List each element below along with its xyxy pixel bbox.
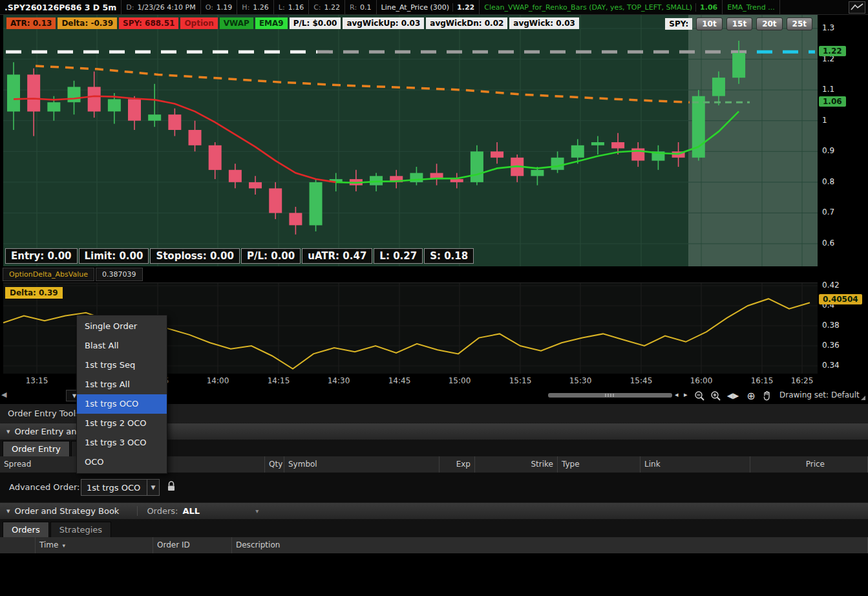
time-tick: 16:25 xyxy=(791,376,814,385)
study-axis-label: 0.36 xyxy=(822,341,840,350)
delta-badge: Delta: 0.39 xyxy=(5,287,63,299)
advanced-order-select[interactable]: 1st trgs OCO ▼ xyxy=(81,479,160,496)
pan-horizontal-icon[interactable]: ◀▶ xyxy=(726,389,739,402)
chevron-down-icon: ▾ xyxy=(255,507,259,515)
chart-maximize-icon[interactable] xyxy=(849,1,865,14)
sort-desc-icon[interactable]: ▾ xyxy=(62,542,65,549)
scrollbar-grip-icon[interactable] xyxy=(605,394,615,397)
column-header-link[interactable]: Link xyxy=(640,456,750,473)
chart-scrollbar[interactable] xyxy=(548,393,672,398)
study-axis-label: 0.34 xyxy=(822,361,840,370)
column-header-exp[interactable]: Exp xyxy=(439,456,475,473)
overlay-box: P/L: 0.00 xyxy=(241,248,301,264)
collapse-arrow-icon[interactable]: ▾ xyxy=(6,427,10,436)
time-tick: 14:30 xyxy=(328,376,350,385)
time-tick: 14:15 xyxy=(268,376,290,385)
price-axis-label: 0.9 xyxy=(822,146,834,155)
time-tick: 15:15 xyxy=(509,376,532,385)
study-value-box: 0.387039 xyxy=(96,268,143,281)
drawing-set-label[interactable]: Drawing set: Default xyxy=(779,390,860,399)
indicator-badge: EMA9 xyxy=(255,17,288,29)
column-header-time[interactable]: Time▾ xyxy=(36,537,153,553)
advanced-order-row: Advanced Order: 1st trgs OCO ▼ xyxy=(0,473,868,502)
price-axis-label: 0.8 xyxy=(822,177,834,186)
timeframe-button-10t[interactable]: 10t xyxy=(696,17,722,30)
study-axis-label: 0.38 xyxy=(822,321,840,330)
menu-item[interactable]: 1st trgs OCO xyxy=(77,394,167,414)
ohlc-field: L:1.16 xyxy=(274,0,309,14)
timeframe-buttons: SPY:10t15t20t25t xyxy=(665,17,812,30)
overlay-box: Limit: 0.00 xyxy=(79,248,149,264)
menu-item[interactable]: 1st trgs 3 OCO xyxy=(77,433,167,452)
study-readout[interactable]: Clean_VWAP_for_Renko_Bars (DAY, yes, TOP… xyxy=(480,0,723,14)
lock-icon[interactable] xyxy=(166,480,176,495)
column-header-qty[interactable]: Qty xyxy=(265,456,284,473)
section-order-strategy-book[interactable]: ▾ Order and Strategy Book Orders: ALL ▾ xyxy=(0,502,868,519)
menu-item[interactable]: Blast All xyxy=(77,336,167,356)
study-readout[interactable]: Line_At_Price (300)1.22 xyxy=(377,0,480,14)
study-readout[interactable]: EMA_Trend ... xyxy=(723,0,780,14)
symbol-title[interactable]: .SPY260126P686 3 D 5m xyxy=(0,0,122,14)
price-chart[interactable] xyxy=(3,14,818,266)
indicator-badge: avgWickDn: 0.02 xyxy=(426,17,507,29)
indicator-badge: Option xyxy=(180,17,217,29)
column-header-blank[interactable] xyxy=(0,537,36,553)
column-header-type[interactable]: Type xyxy=(558,456,640,473)
tab-orders[interactable]: Orders xyxy=(3,522,49,537)
orders-filter-value: ALL xyxy=(183,506,200,516)
zoom-out-icon[interactable] xyxy=(693,389,706,402)
indicator-badge: VWAP xyxy=(220,17,253,29)
column-header-description[interactable]: Description xyxy=(232,537,868,553)
indicator-badge: ATR: 0.13 xyxy=(6,17,56,29)
indicator-badge: P/L: $0.00 xyxy=(290,17,341,29)
column-header-strike[interactable]: Strike xyxy=(475,456,558,473)
ohlc-field: H:1.26 xyxy=(237,0,273,14)
tab-strategies[interactable]: Strategies xyxy=(50,522,111,537)
hand-tool-icon[interactable] xyxy=(760,389,773,402)
menu-item[interactable]: Single Order xyxy=(77,317,167,336)
scroll-step-left-icon[interactable]: ◂ xyxy=(675,390,679,399)
menu-item[interactable]: 1st trgs All xyxy=(77,375,167,394)
scroll-left-icon[interactable]: ◀ xyxy=(1,390,6,399)
tab-order-entry[interactable]: Order Entry xyxy=(3,441,70,456)
menu-item[interactable]: 1st trgs Seq xyxy=(77,356,167,375)
ohlc-field: D:1/23/26 4:10 PM xyxy=(122,0,200,14)
chart-header: .SPY260126P686 3 D 5m D:1/23/26 4:10 PMO… xyxy=(0,0,868,15)
study-name-box[interactable]: OptionDelta_AbsValue xyxy=(3,268,94,281)
drawing-set-expand-icon[interactable] xyxy=(861,396,865,400)
menu-item[interactable]: OCO xyxy=(77,452,167,472)
indicator-badge: SPY: 688.51 xyxy=(119,17,178,29)
timeframe-button-20t[interactable]: 20t xyxy=(756,17,782,30)
price-axis-badge: 1.22 xyxy=(819,46,846,56)
orders-filter[interactable]: Orders: ALL ▾ xyxy=(137,506,259,516)
orders-filter-label: Orders: xyxy=(147,506,178,516)
time-tick: 15:00 xyxy=(449,376,471,385)
timeframe-button-25t[interactable]: 25t xyxy=(787,17,812,30)
overlay-box: S: 0.18 xyxy=(424,248,474,264)
column-header-order-id[interactable]: Order ID xyxy=(153,537,232,553)
study-readouts: Line_At_Price (300)1.22Clean_VWAP_for_Re… xyxy=(377,0,780,14)
chevron-down-icon: ▼ xyxy=(147,480,159,495)
column-header-price[interactable]: Price xyxy=(750,456,868,473)
book-columns: Time▾Order IDDescription xyxy=(0,537,868,553)
timeframe-button-15t[interactable]: 15t xyxy=(726,17,752,30)
section-order-strategy-book-title: Order and Strategy Book xyxy=(15,506,120,516)
ohlc-field: O:1.19 xyxy=(201,0,238,14)
menu-item[interactable]: 1st trgs 2 OCO xyxy=(77,414,167,433)
price-axis-label: 1.1 xyxy=(822,85,834,94)
collapse-arrow-icon[interactable]: ▾ xyxy=(6,507,10,515)
scroll-step-right-icon[interactable]: ▸ xyxy=(684,390,688,399)
order-book-tabs: OrdersStrategies xyxy=(0,519,868,537)
time-tick: 13:15 xyxy=(26,376,48,385)
column-header-symbol[interactable]: Symbol xyxy=(284,456,439,473)
price-axis-label: 1 xyxy=(822,116,827,125)
crosshair-icon[interactable]: ⊕ xyxy=(745,389,757,402)
time-tick: 16:15 xyxy=(751,376,774,385)
zoom-in-icon[interactable] xyxy=(709,389,722,402)
ohlc-fields: D:1/23/26 4:10 PMO:1.19H:1.26L:1.16C:1.2… xyxy=(122,0,376,14)
price-axis-label: 0.7 xyxy=(822,208,834,217)
ohlc-field: C:1.22 xyxy=(309,0,345,14)
advanced-order-label: Advanced Order: xyxy=(9,482,79,492)
price-axis-badge: 1.06 xyxy=(819,96,846,107)
overlay-box: L: 0.27 xyxy=(374,248,423,264)
